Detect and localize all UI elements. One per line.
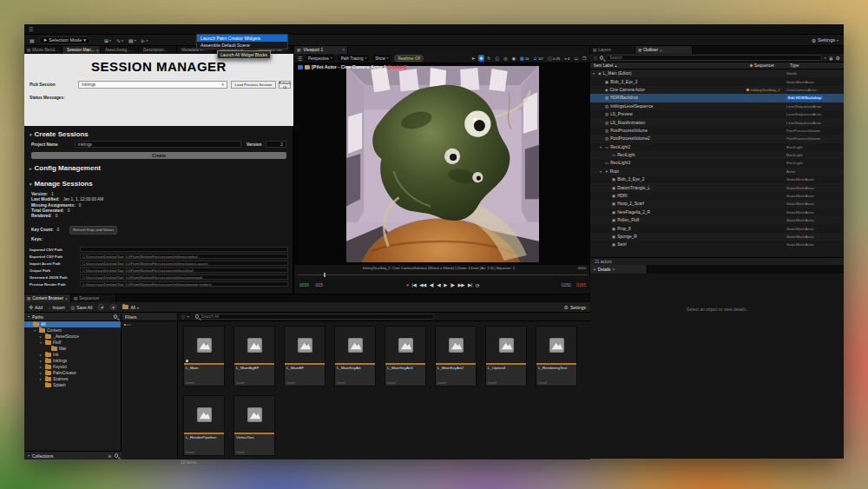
play-forward-icon[interactable]: ▶ — [444, 282, 447, 288]
asset-search-input[interactable] — [201, 314, 431, 319]
asset-tile[interactable]: L_Option4 Level — [485, 326, 527, 387]
path-tracing-button[interactable]: Path Tracing▾ — [338, 55, 370, 62]
path-field[interactable]: C:\Users\ryan\Desktop\Tool_5.0\Palm\Work… — [80, 274, 288, 280]
folder-tree-item[interactable]: ▾ Fluff — [24, 340, 121, 346]
viewport-tool[interactable]: ◱0.25 — [547, 55, 562, 62]
forward-icon[interactable]: ▶ — [110, 304, 116, 310]
show-button[interactable]: Show▾ — [372, 55, 391, 62]
outliner-row[interactable]: ▣ Sponge_R StaticMeshActor — [590, 233, 844, 241]
step-back-icon[interactable]: ◀| — [430, 282, 434, 288]
viewport-tool[interactable]: ↻ — [486, 55, 492, 62]
search-icon[interactable] — [114, 314, 118, 319]
asset-tile[interactable]: L_MainBigEF Level — [233, 326, 275, 387]
manage-sessions-header[interactable]: ▾ Manage Sessions — [30, 180, 93, 188]
viewport-tool[interactable]: ➤ — [470, 55, 476, 62]
pick-session-select[interactable]: Inklings ▾ — [78, 81, 227, 89]
version-field[interactable]: 2 — [266, 141, 286, 148]
close-icon[interactable]: × — [65, 296, 68, 301]
panel-tab[interactable]: ▤ Sequencer — [71, 294, 116, 302]
viewport-tool[interactable]: ◱ — [494, 55, 501, 62]
menu-item[interactable]: Launch Palm Creator Widgets — [197, 35, 287, 42]
viewport-menu-icon[interactable]: ☰ — [298, 56, 302, 62]
viewport-scene[interactable] — [294, 63, 591, 265]
filter-funnel-icon[interactable]: ▽ — [181, 314, 185, 320]
tool[interactable]: ▤▾ — [128, 37, 136, 43]
outliner-row[interactable]: ▣ Prop_8 StaticMeshActor — [590, 224, 844, 232]
add-button[interactable]: ✚Add — [29, 304, 43, 310]
tool[interactable]: ⊞▾ — [104, 37, 111, 43]
save-icon[interactable]: ▤ — [30, 37, 35, 43]
viewport-tool[interactable]: ✚ — [478, 55, 484, 62]
next-key-icon[interactable]: ▶▶ — [458, 282, 464, 288]
expand-arrow[interactable]: ▾ — [600, 169, 603, 174]
path-field[interactable]: C:\Users\ryan\Desktop\Tool_5.0\Palm\Work… — [80, 254, 288, 259]
viewport-tool[interactable]: ∠10° — [532, 55, 545, 62]
load-previous-session-button[interactable]: Load Previous Session — [231, 81, 276, 89]
refresh-keys-button[interactable]: Refresh Keys and Values — [69, 226, 117, 235]
viewport-tool[interactable]: ◉ — [510, 55, 516, 62]
close-icon[interactable]: × — [660, 48, 662, 53]
outliner-row[interactable]: ▣ Blob_3_Eye_2 StaticMeshActor — [590, 175, 844, 183]
folder-tree-item[interactable]: ▸ Inklings — [24, 358, 121, 364]
path-field[interactable] — [80, 247, 288, 252]
folder-tree-item[interactable]: ▸ Scarves — [24, 376, 121, 382]
outliner-row[interactable]: ▣ HDRI StaticMeshActor — [590, 192, 844, 200]
outliner-row[interactable]: ▤ InklingsLevelSequence LevelSequenceAct… — [590, 102, 844, 110]
outliner-row[interactable]: ▥ PostProcessVolume2 PostProcessVolume — [590, 135, 844, 142]
document-tab[interactable]: Session Man... × — [62, 46, 101, 54]
import-button[interactable]: ↓Import — [49, 305, 65, 310]
asset-tile[interactable]: L_MainEF Level — [284, 326, 326, 387]
project-name-field[interactable]: inklings — [75, 141, 241, 148]
outliner-row[interactable]: ▩ HDRIBackdrop Edit HDRIBackdrop — [590, 94, 844, 102]
jump-to-end-icon[interactable]: ▶| — [468, 282, 472, 288]
tab-details[interactable]: ✦ Details × — [590, 265, 648, 274]
viewport-tool[interactable]: ▭ — [573, 55, 580, 62]
collections-bar[interactable]: ▾ Collections ⊕ — [24, 451, 122, 459]
perspective-button[interactable]: Perspective▾ — [305, 55, 335, 62]
document-tab[interactable]: ▤ Movie Rend... — [24, 46, 62, 54]
realtime-off-badge[interactable]: Realtime Off — [394, 55, 424, 62]
loop-icon[interactable]: ⟳ — [476, 282, 480, 288]
outliner-row[interactable]: ▭ RectLight RectLight — [590, 151, 844, 159]
column-type[interactable]: Type — [790, 63, 844, 68]
outliner-row[interactable]: ▭ RectLight3 RectLight — [590, 159, 844, 167]
menu-item[interactable]: Assemble Default Scene — [197, 42, 287, 49]
asset-tile[interactable]: VertexTest Level — [233, 395, 275, 456]
jump-to-start-icon[interactable]: |◀ — [412, 282, 417, 288]
back-icon[interactable]: ◀ — [98, 304, 104, 310]
outliner-row[interactable]: ▣ Blob_3_Eye_3 StaticMeshActor — [590, 77, 844, 85]
asset-tile[interactable]: L_MainKeyArt2 Level — [435, 326, 477, 387]
previous-key-icon[interactable]: ◀◀ — [419, 282, 425, 288]
viewport-tool[interactable]: »4 — [563, 55, 571, 62]
settings-button[interactable]: ⚙ Settings ▾ — [812, 37, 838, 43]
viewport-tool[interactable]: ▦10 — [519, 55, 530, 62]
tool[interactable]: ∿▾ — [116, 37, 123, 43]
folder-tree-item[interactable]: ▾ All — [24, 321, 121, 327]
gear-icon[interactable]: ⚙ — [836, 55, 840, 61]
record-icon[interactable]: ● — [406, 282, 409, 288]
outliner-search-input[interactable] — [606, 55, 822, 61]
expand-arrow[interactable]: ▾ — [600, 145, 603, 149]
browse-icon[interactable]: ▣ — [829, 56, 833, 61]
add-collection-icon[interactable]: ⊕ — [108, 453, 111, 459]
asset-tile[interactable]: L_MainKeyArt1 Level — [385, 326, 426, 387]
outliner-row[interactable]: ▾ ✦ Root Actor — [590, 168, 844, 175]
search-icon[interactable] — [115, 453, 119, 458]
tool[interactable]: ▶▾ — [141, 37, 148, 43]
play-reverse-icon[interactable]: ◀ — [437, 282, 440, 288]
document-tab[interactable]: Asset Assig... — [101, 46, 139, 54]
viewport-tool[interactable]: ◎ — [503, 55, 509, 62]
folder-tree-item[interactable]: ▾ Content — [24, 327, 121, 334]
selection-mode-button[interactable]: ➤ Selection Mode ▾ — [39, 36, 90, 44]
path-field[interactable]: C:\Users\ryan\Desktop\Tool_5.0\Palm\Work… — [80, 268, 288, 273]
close-icon[interactable]: × — [96, 48, 99, 53]
column-sequencer[interactable]: Sequencer — [750, 63, 790, 68]
folder-tree-item[interactable]: Mat — [24, 346, 121, 352]
viewport-tool[interactable]: ❒ — [582, 55, 588, 62]
filter-chip[interactable] — [124, 324, 131, 326]
create-sessions-header[interactable]: ▾ Create Sessions — [30, 130, 89, 138]
asset-tile[interactable]: L_Main Level — [183, 326, 225, 387]
expand-arrow[interactable]: ▾ — [593, 71, 596, 76]
outliner-row[interactable]: ▤ LS_RootAnimation LevelSequenceActor — [590, 118, 844, 126]
outliner-row[interactable]: ▣ DiatomTriangle_L StaticMeshActor — [590, 183, 844, 191]
